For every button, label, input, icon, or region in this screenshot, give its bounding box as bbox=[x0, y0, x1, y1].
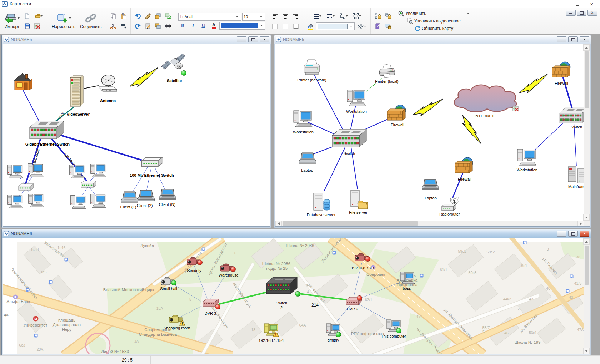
text-color-combo[interactable] bbox=[219, 22, 265, 30]
link-line[interactable] bbox=[359, 281, 402, 299]
fill-color-combo[interactable] bbox=[316, 22, 355, 30]
chevron-down-icon[interactable] bbox=[319, 15, 321, 17]
scroll-left-arrow[interactable] bbox=[275, 221, 282, 227]
child-maximize-button[interactable] bbox=[248, 36, 258, 42]
scroll-right-arrow[interactable] bbox=[578, 221, 584, 227]
replace-picture-button[interactable] bbox=[163, 11, 172, 21]
hub-2[interactable] bbox=[80, 180, 97, 188]
chevron-down-icon[interactable] bbox=[259, 14, 264, 20]
lock-connectors-button[interactable] bbox=[373, 11, 382, 21]
bus-stop-icon[interactable] bbox=[523, 239, 527, 243]
align-left-button[interactable] bbox=[270, 11, 280, 21]
video-server[interactable] bbox=[68, 75, 85, 108]
line-weight-button[interactable] bbox=[311, 11, 323, 21]
link-line[interactable] bbox=[359, 304, 389, 321]
child-minimize-button[interactable] bbox=[557, 36, 566, 42]
new-map-button[interactable] bbox=[22, 11, 32, 21]
internet-cloud[interactable] bbox=[449, 82, 520, 113]
link-line[interactable] bbox=[563, 78, 572, 108]
bus-stop-icon[interactable] bbox=[64, 257, 68, 261]
laptop-right[interactable] bbox=[422, 179, 439, 191]
restore-button[interactable] bbox=[571, 1, 584, 7]
link-line[interactable] bbox=[55, 133, 143, 161]
workstation-left[interactable] bbox=[293, 109, 313, 128]
chevron-down-icon[interactable] bbox=[349, 24, 353, 29]
house[interactable] bbox=[12, 72, 33, 91]
font-color-button[interactable]: A bbox=[209, 22, 218, 29]
link-line[interactable] bbox=[172, 284, 201, 301]
chevron-down-icon[interactable] bbox=[259, 23, 264, 29]
map-canvas[interactable]: ЛукойлШкола № 2086Школа № 2086, подр. № … bbox=[3, 238, 584, 354]
switch-100mb[interactable] bbox=[140, 157, 164, 167]
window-title-bar[interactable]: NONAME5 × bbox=[2, 35, 271, 44]
underline-button[interactable]: U bbox=[199, 22, 208, 29]
map-error-badge[interactable] bbox=[512, 106, 519, 112]
bus-stop-icon[interactable] bbox=[420, 273, 424, 277]
chevron-down-icon[interactable] bbox=[41, 15, 43, 17]
format-painter-button[interactable] bbox=[143, 11, 152, 21]
workstation-right[interactable] bbox=[517, 148, 537, 166]
open-map-button[interactable] bbox=[32, 11, 45, 21]
lock-shapes-button[interactable] bbox=[383, 11, 392, 21]
link-line[interactable] bbox=[315, 76, 344, 132]
chevron-down-icon[interactable] bbox=[235, 14, 240, 20]
font-name-combo[interactable]: Tт Arial bbox=[178, 13, 241, 21]
metro-icon[interactable] bbox=[33, 316, 39, 322]
mdi-minimize-button[interactable] bbox=[566, 10, 576, 16]
line-style-button[interactable] bbox=[324, 11, 336, 21]
import-button[interactable]: Импорт bbox=[2, 12, 21, 30]
align-center-button[interactable] bbox=[281, 11, 290, 21]
valign-bottom-button[interactable] bbox=[291, 22, 300, 31]
scroll-thumb[interactable] bbox=[585, 51, 589, 108]
valign-middle-button[interactable] bbox=[281, 22, 290, 31]
valign-top-button[interactable] bbox=[270, 22, 280, 31]
child-maximize-button[interactable] bbox=[568, 36, 578, 42]
vertical-scrollbar[interactable] bbox=[584, 238, 590, 354]
fill-button[interactable] bbox=[306, 22, 315, 31]
scroll-thumb[interactable] bbox=[282, 221, 418, 226]
firewall-lower[interactable] bbox=[455, 156, 475, 174]
client-n[interactable] bbox=[159, 189, 176, 201]
parking-icon[interactable] bbox=[13, 294, 18, 299]
delete-map-button[interactable] bbox=[32, 21, 42, 31]
chevron-down-icon[interactable] bbox=[467, 13, 469, 14]
close-button[interactable]: × bbox=[586, 1, 598, 7]
child-minimize-button[interactable] bbox=[557, 231, 566, 237]
chevron-down-icon[interactable] bbox=[364, 26, 366, 27]
main-title-bar[interactable]: Карта сети × bbox=[0, 0, 600, 8]
antenna[interactable] bbox=[96, 75, 119, 92]
redo-button[interactable] bbox=[133, 21, 142, 31]
link-line[interactable] bbox=[453, 173, 463, 197]
bus-stop-icon[interactable] bbox=[34, 333, 38, 337]
align-right-button[interactable] bbox=[291, 11, 300, 21]
bus-stop-icon[interactable] bbox=[570, 273, 574, 277]
computer-boss[interactable] bbox=[400, 271, 415, 285]
diagram-canvas[interactable]: Printer (network)Printer (local)Workstat… bbox=[275, 44, 584, 221]
zoom-selection-button[interactable]: Увеличить выделенное bbox=[407, 18, 461, 24]
mdi-close-button[interactable]: × bbox=[588, 10, 597, 16]
laptop-left[interactable] bbox=[299, 152, 316, 165]
bus-stop-icon[interactable] bbox=[566, 288, 570, 292]
arrange-lines-button[interactable] bbox=[119, 21, 128, 31]
printer-network[interactable] bbox=[301, 59, 322, 76]
lock-screen-button[interactable] bbox=[383, 21, 392, 31]
undo-button[interactable] bbox=[133, 11, 142, 21]
connect-button[interactable]: Соединить bbox=[78, 12, 104, 30]
minimize-button[interactable] bbox=[557, 1, 569, 7]
radiorouter[interactable] bbox=[441, 196, 460, 213]
gigabit-ethernet-switch[interactable] bbox=[28, 120, 65, 140]
switch-right[interactable] bbox=[558, 107, 584, 124]
refresh-map-button[interactable]: Обновить карту bbox=[414, 25, 453, 32]
link-line[interactable] bbox=[146, 166, 151, 193]
vertical-scrollbar[interactable] bbox=[584, 44, 590, 221]
edit-properties-button[interactable] bbox=[143, 21, 152, 31]
mainframe[interactable] bbox=[567, 165, 584, 184]
chevron-down-icon[interactable] bbox=[332, 15, 335, 17]
pc[interactable] bbox=[28, 162, 44, 178]
link-line[interactable] bbox=[351, 147, 358, 189]
link-line[interactable] bbox=[324, 147, 345, 191]
firewall-right[interactable] bbox=[552, 61, 572, 79]
child-minimize-button[interactable] bbox=[237, 36, 246, 42]
save-map-button[interactable] bbox=[22, 21, 32, 31]
link-line[interactable] bbox=[296, 293, 349, 300]
